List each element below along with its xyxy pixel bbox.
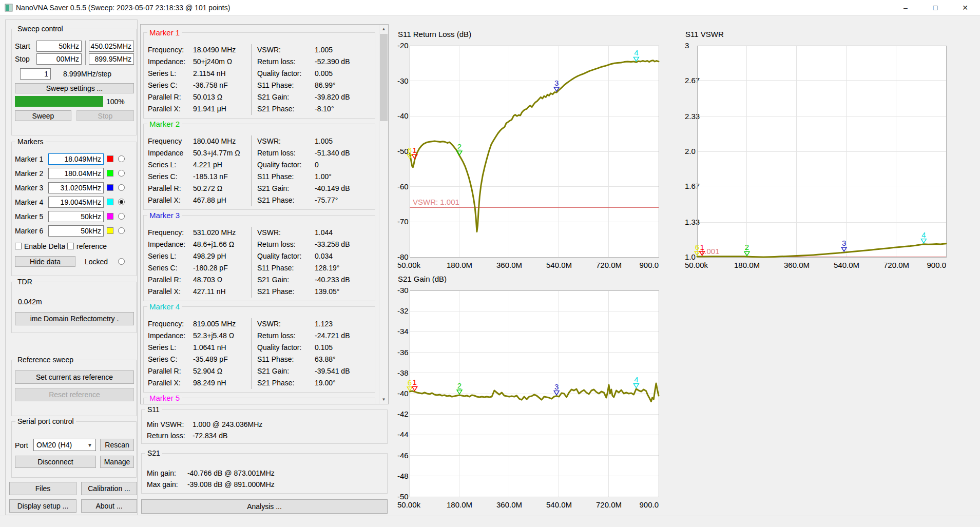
maximize-icon[interactable]: □ [920,0,950,15]
marker-panel-scrollbar[interactable]: ▲ ▼ [379,25,388,404]
scroll-down-icon[interactable]: ▼ [379,395,388,404]
markers-legend: Markers [15,138,46,146]
s11-return-loss-chart[interactable]: S11 Return Loss (dB)-20-30-40-50-60-70-8… [397,29,660,272]
analysis-button[interactable]: Analysis ... [141,499,388,514]
field-value: 63.88° [315,355,336,363]
field-value: 531.020 MHz [193,228,236,237]
field-value: -75.77° [315,196,338,204]
marker-frequency-input[interactable] [48,225,104,237]
sweep-center-input[interactable] [89,41,134,52]
display-setup-button[interactable]: Display setup ... [9,499,76,513]
marker-info-row: S21 Phase:19.00° [257,377,350,389]
port-combobox[interactable]: OM20 (H4) ▼ [33,439,96,451]
field-value: 86.99° [315,81,336,89]
svg-text:S11 Return Loss (dB): S11 Return Loss (dB) [398,30,471,38]
field-label: S21 Phase: [257,286,315,298]
marker-color-swatch[interactable] [107,155,113,162]
reset-reference-button[interactable]: Reset reference [15,388,134,401]
marker-select-radio[interactable] [118,213,125,220]
tdr-button[interactable]: ime Domain Reflectometry . [15,312,134,325]
set-reference-button[interactable]: Set current as reference [15,370,134,384]
marker-frequency-input[interactable] [48,211,104,222]
locked-radio[interactable] [118,258,125,265]
field-value: -40.233 dB [315,276,350,284]
field-label: VSWR: [257,44,315,56]
s11-summary-legend: S11 [145,405,162,414]
rescan-button[interactable]: Rescan [100,439,134,451]
about-button[interactable]: About ... [81,499,137,513]
sweep-span-input[interactable] [89,53,134,65]
field-label: Frequency: [148,44,193,56]
marker-info-row: S21 Phase:-8.10° [257,103,350,115]
svg-text:360.0M: 360.0M [496,261,522,269]
field-value: 52.904 Ω [193,367,222,375]
marker-info-row: Return loss:-33.258 dB [257,239,350,250]
field-value: 50.3+j4.77m Ω [193,149,240,157]
hide-data-button[interactable]: Hide data [15,256,75,267]
calibration-button[interactable]: Calibration ... [81,482,137,495]
disconnect-button[interactable]: Disconnect [15,456,96,468]
field-value: 819.005 MHz [193,320,236,328]
marker-info-row: Series L:498.29 pH [148,250,236,262]
marker-color-swatch[interactable] [107,199,113,205]
marker-info-row: S11 Phase:128.19° [257,262,350,274]
marker-info-row: S11 Phase:1.00° [257,171,350,183]
s11-vswr-chart[interactable]: S11 VSWR32.672.332.01.671.331.050.00k180… [684,29,947,272]
marker-info-row: Quality factor:0.005 [257,68,350,80]
marker-label: Marker 3 [15,184,43,192]
field-label: S21 Phase: [257,377,315,389]
enable-delta-checkbox[interactable] [15,243,22,249]
sweep-button[interactable]: Sweep [15,110,71,121]
marker-info-row: Series C:-185.13 nF [148,171,240,183]
s11-return-loss-value: -72.834 dB [193,432,228,440]
marker-info-row: Quality factor:0 [257,159,350,171]
s21-gain-chart[interactable]: S21 Gain (dB)-30-32-34-36-38-40-42-44-46… [397,274,660,512]
field-label: S11 Phase: [257,354,315,365]
scroll-up-icon[interactable]: ▲ [379,25,388,33]
svg-text:900.0: 900.0 [639,261,659,269]
marker-frequency-input[interactable] [48,182,104,193]
marker-color-swatch[interactable] [107,227,113,234]
marker-select-radio[interactable] [118,227,125,234]
marker-info-row: Series C:-35.489 pF [148,354,236,365]
marker-frequency-input[interactable] [48,197,104,208]
field-label: Series L: [148,250,193,262]
marker-select-radio[interactable] [118,170,125,177]
marker-frequency-input[interactable] [48,168,104,179]
segments-input[interactable] [20,68,51,80]
marker-row-1: Marker 1 [12,153,137,165]
reference-checkbox[interactable] [67,243,74,249]
marker-color-swatch[interactable] [107,170,113,177]
files-button[interactable]: Files [9,482,76,495]
minimize-icon[interactable]: – [891,0,920,15]
close-icon[interactable]: ✕ [950,0,980,15]
marker-color-swatch[interactable] [107,184,113,191]
svg-text:S11 VSWR: S11 VSWR [685,30,724,38]
enable-delta-label: Enable Delta [24,242,65,250]
field-label: S21 Phase: [257,194,315,206]
marker-info-row: Frequency:819.005 MHz [148,318,236,330]
field-label: S11 Phase: [257,80,315,91]
sweep-start-input[interactable] [36,41,82,52]
field-value: 0.105 [315,343,333,352]
chart-svg: S11 VSWR32.672.332.01.671.331.050.00k180… [684,29,947,272]
sweep-stop-input[interactable] [36,53,82,65]
svg-text:-32: -32 [397,306,409,315]
marker-select-radio[interactable] [118,155,125,162]
svg-text:-80: -80 [397,252,409,261]
marker-frequency-input[interactable] [48,153,104,165]
svg-text:4: 4 [634,375,638,384]
marker-color-swatch[interactable] [107,213,113,220]
window-title: NanoVNA Saver 0.5.5 (Sweep: 2023-05-07 2… [16,4,230,12]
field-label: Return loss: [257,330,315,342]
sweep-settings-button[interactable]: Sweep settings ... [15,83,134,93]
field-value: -35.489 pF [193,355,228,363]
marker-select-radio[interactable] [118,184,125,191]
marker-info-row: Frequency:531.020 MHz [148,227,236,239]
scrollbar-thumb[interactable] [380,34,388,121]
manage-button[interactable]: Manage [100,456,134,468]
marker-select-radio[interactable] [118,199,125,205]
marker-info-legend: Marker 5 [147,394,182,402]
svg-text:S21 Gain (dB): S21 Gain (dB) [398,275,447,283]
stop-button[interactable]: Stop [76,110,134,121]
